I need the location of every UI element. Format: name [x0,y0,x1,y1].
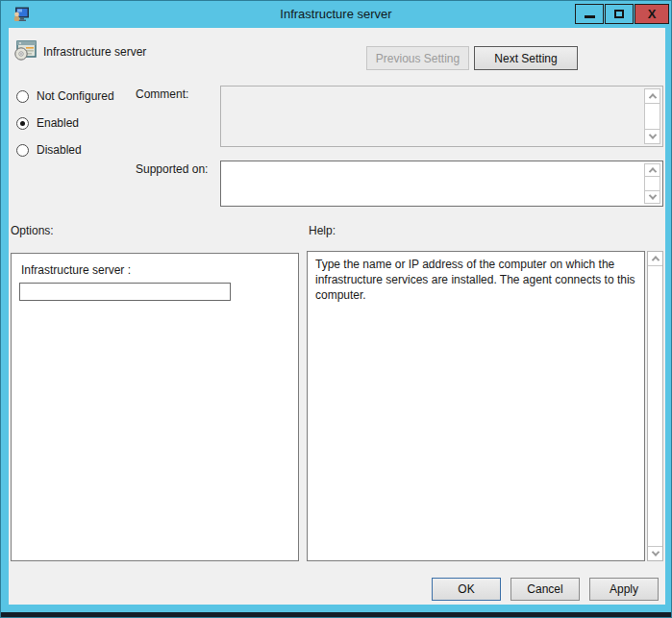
apply-label: Apply [610,582,638,596]
supported-on-label: Supported on: [136,162,208,176]
radio-label-disabled: Disabled [37,143,82,157]
policy-setting-dialog: Infrastructure server X Infrastructure s… [0,0,672,618]
close-button[interactable]: X [635,4,669,24]
radio-circle-not-configured[interactable] [16,90,29,103]
ok-label: OK [458,582,474,596]
options-section-label: Options: [11,224,54,237]
comment-scroll-down-button[interactable] [645,129,660,143]
policy-setting-icon [14,40,37,62]
titlebar[interactable]: Infrastructure server X [1,1,671,28]
previous-setting-label: Previous Setting [376,52,460,65]
radio-disabled[interactable]: Disabled [16,142,82,158]
supported-scroll-up-button[interactable] [645,164,660,177]
comment-scrollbar[interactable] [644,88,660,144]
scroll-up-icon [648,93,656,101]
help-panel: Type the name or IP address of the compu… [307,251,645,561]
supported-on-textarea [220,161,663,207]
comment-label: Comment: [136,87,188,101]
dialog-body: Infrastructure server Previous Setting N… [9,28,665,605]
previous-setting-button[interactable]: Previous Setting [366,46,469,70]
scroll-down-icon [648,131,656,138]
scroll-down-icon [651,548,659,556]
maximize-icon [614,10,624,18]
ok-button[interactable]: OK [432,578,501,601]
apply-button[interactable]: Apply [589,578,659,601]
help-scroll-up-button[interactable] [648,252,662,266]
infrastructure-server-field-label: Infrastructure server : [21,263,131,277]
supported-scroll-track[interactable] [645,177,660,190]
cancel-button[interactable]: Cancel [510,578,580,601]
scroll-up-icon [648,167,656,175]
radio-label-enabled: Enabled [37,116,79,130]
policy-name: Infrastructure server [43,45,146,59]
help-section-label: Help: [309,224,336,237]
infrastructure-server-input[interactable] [19,283,231,301]
options-panel: Infrastructure server : [11,253,299,561]
comment-scroll-up-button[interactable] [645,89,660,104]
radio-enabled[interactable]: Enabled [16,115,79,131]
next-setting-label: Next Setting [494,52,557,65]
radio-circle-enabled[interactable] [16,117,29,130]
help-scrollbar[interactable] [647,251,663,561]
supported-on-scrollbar[interactable] [644,163,660,204]
supported-scroll-down-button[interactable] [645,190,660,203]
help-text: Type the name or IP address of the compu… [315,258,635,302]
window-title: Infrastructure server [1,7,671,21]
radio-circle-disabled[interactable] [16,144,29,157]
help-scroll-down-button[interactable] [648,546,662,560]
radio-label-not-configured: Not Configured [37,89,114,103]
comment-scroll-track[interactable] [645,104,660,129]
comment-textarea [220,86,663,147]
window-bottom-edge [1,612,671,617]
close-icon: X [648,7,657,21]
scroll-up-icon [651,256,659,263]
maximize-button[interactable] [605,4,634,24]
help-scroll-track[interactable] [648,266,662,546]
minimize-icon [585,15,595,18]
radio-not-configured[interactable]: Not Configured [16,88,114,104]
minimize-button[interactable] [575,4,604,24]
next-setting-button[interactable]: Next Setting [474,46,578,70]
cancel-label: Cancel [527,582,562,596]
scroll-down-icon [648,191,656,199]
